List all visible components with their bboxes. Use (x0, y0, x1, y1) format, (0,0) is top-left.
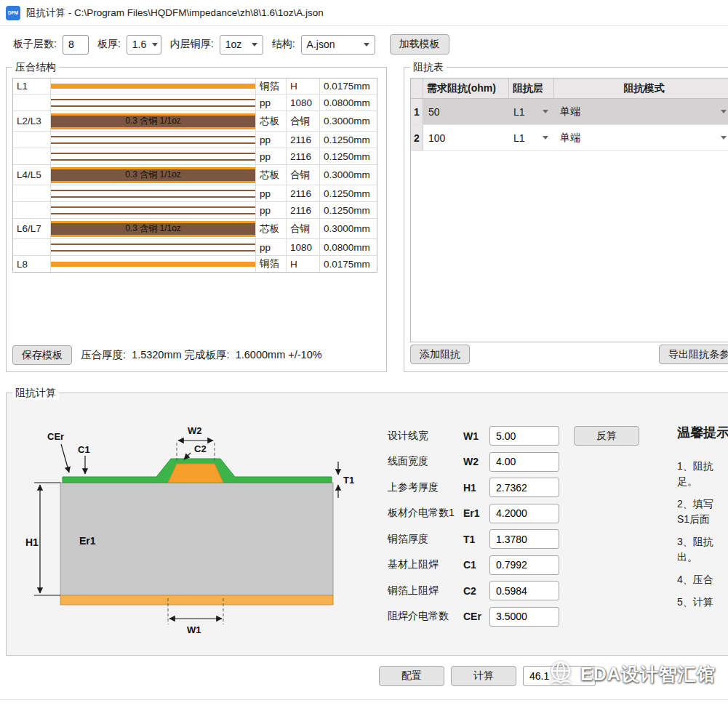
layer-thickness: 0.0800mm (320, 239, 377, 255)
impedance-row[interactable]: 1 50 L1 单端 (411, 99, 728, 125)
substrate-shape (60, 483, 333, 595)
impedance-value-cell[interactable]: 50 (423, 99, 509, 124)
stackup-row: L8 铜箔 H 0.0175mm (13, 256, 377, 272)
cer-label: CEr (47, 431, 64, 442)
prepreg-bar (51, 148, 256, 164)
stackup-row: L1 铜箔 H 0.0175mm (13, 79, 377, 94)
layer-combo[interactable]: L1 (509, 125, 554, 150)
inner-copper-select[interactable]: 1oz (220, 35, 263, 55)
t1-input[interactable] (489, 529, 559, 549)
copper-bar (51, 256, 256, 272)
w1-input[interactable] (489, 426, 559, 446)
mode-combo-value: 单端 (560, 105, 580, 118)
layer-material: 1080 (287, 94, 320, 110)
mode-combo[interactable]: 单端 (554, 125, 728, 150)
load-template-button[interactable]: 加载模板 (390, 34, 449, 55)
watermark-text: EDA设计智汇馆 (580, 662, 716, 686)
field-symbol: C2 (463, 585, 489, 597)
w2-input[interactable] (489, 452, 559, 472)
result-input[interactable] (523, 666, 596, 686)
app-icon: DFM (6, 6, 20, 20)
window-title: 阻抗计算 - C:\Program Files\HQDFM\impedance\… (26, 7, 324, 20)
prepreg-bar (51, 239, 256, 255)
layer-name: L2/L3 (13, 111, 51, 131)
save-template-button[interactable]: 保存模板 (12, 345, 72, 365)
calculate-button[interactable]: 计算 (451, 666, 516, 686)
cross-section-diagram: W2 C2 CEr C1 T1 H1 Er1 W1 (21, 408, 385, 648)
stackup-summary: 压合厚度: 1.5320mm 完成板厚: 1.6000mm +/-10% (81, 348, 322, 362)
core-bar-label: 0.3 含铜 1/1oz (51, 113, 255, 129)
stackup-table: L1 铜箔 H 0.0175mm pp 1080 0.0800mm L2/L3 … (12, 78, 377, 273)
field-label: 设计线宽 (388, 430, 463, 443)
field-symbol: W2 (463, 456, 489, 467)
field-label: 阻焊介电常数 (388, 610, 463, 623)
layer-name (13, 202, 51, 218)
c1-input[interactable] (489, 555, 559, 575)
layer-type: 芯板 (256, 111, 287, 131)
core-bar: 0.3 含铜 1/1oz (51, 111, 256, 131)
er1-input[interactable] (489, 504, 559, 523)
stackup-row: pp 1080 0.0800mm (13, 239, 377, 256)
field-row: 线面宽度 W2 (388, 452, 639, 472)
export-impedance-button[interactable]: 导出阻抗条参数 (659, 345, 728, 364)
stackup-row: pp 2116 0.1250mm (13, 185, 377, 202)
impedance-table-header: 需求阻抗(ohm) 阻抗层 阻抗模式 (411, 79, 728, 99)
field-row: 基材上阻焊 C1 (388, 555, 639, 575)
layer-type: pp (256, 202, 287, 218)
layer-thickness: 0.1250mm (320, 132, 377, 148)
layer-name: L1 (13, 79, 51, 94)
core-bar: 0.3 含铜 1/1oz (51, 165, 256, 185)
board-layers-input[interactable] (63, 35, 89, 55)
copper-bar (51, 79, 256, 94)
cer-input[interactable] (489, 607, 559, 627)
layer-material: 合铜 (287, 219, 320, 238)
layer-combo-value: L1 (513, 132, 525, 144)
tip-line: 3、阻抗 (677, 534, 728, 550)
stackup-row: L6/L7 0.3 含铜 1/1oz 芯板 合铜 0.3000mm (13, 219, 377, 239)
tip-item: 1、阻抗 足。 (677, 459, 728, 489)
impedance-row[interactable]: 2 100 L1 单端 (411, 125, 728, 151)
tip-line: 5、计算 (677, 595, 728, 610)
mode-combo[interactable]: 单端 (554, 99, 728, 124)
inner-copper-value: 1oz (225, 39, 242, 50)
add-impedance-button[interactable]: 添加阻抗 (410, 345, 470, 364)
layer-thickness: 0.1250mm (320, 202, 377, 218)
layer-material: 2116 (287, 185, 320, 201)
tips-title: 温馨提示 (677, 424, 728, 441)
layer-material: H (287, 256, 320, 272)
board-thickness-label: 板厚: (97, 38, 121, 51)
config-button[interactable]: 配置 (379, 666, 444, 686)
tip-line: S1后面 (677, 512, 728, 527)
row-number: 1 (411, 99, 423, 124)
layer-name (13, 132, 51, 148)
mode-combo-value: 单端 (560, 132, 580, 145)
impedance-value-cell[interactable]: 100 (423, 125, 509, 150)
field-label: 铜箔厚度 (388, 533, 463, 546)
layer-name (13, 94, 51, 110)
layer-type: pp (256, 132, 287, 148)
layer-material: 2116 (287, 148, 320, 164)
window-titlebar: DFM 阻抗计算 - C:\Program Files\HQDFM\impeda… (0, 0, 728, 26)
c2-label: C2 (194, 443, 207, 454)
field-label: 基材上阻焊 (388, 558, 463, 571)
layer-type: 铜箔 (256, 256, 287, 272)
h1-input[interactable] (489, 478, 559, 497)
c2-input[interactable] (489, 581, 559, 600)
field-symbol: Er1 (463, 507, 489, 519)
chevron-down-icon (721, 110, 727, 113)
layer-combo[interactable]: L1 (509, 99, 554, 124)
layer-thickness: 0.0175mm (320, 256, 377, 272)
layer-name: L4/L5 (13, 165, 51, 185)
layer-type: pp (256, 239, 287, 255)
board-thickness-select[interactable]: 1.6 (127, 35, 161, 55)
stackup-footer: 保存模板 压合厚度: 1.5320mm 完成板厚: 1.6000mm +/-10… (12, 345, 322, 365)
layer-thickness: 0.3000mm (320, 111, 377, 131)
structure-select[interactable]: A.json (301, 35, 375, 55)
stackup-row: pp 2116 0.1250mm (13, 148, 377, 165)
w2-label: W2 (188, 425, 202, 436)
field-symbol: T1 (463, 534, 489, 545)
bottom-copper-shape (60, 595, 333, 605)
layer-thickness: 0.0800mm (320, 94, 377, 110)
stackup-row: L2/L3 0.3 含铜 1/1oz 芯板 合铜 0.3000mm (13, 111, 377, 132)
reverse-calc-button[interactable]: 反算 (574, 426, 639, 446)
